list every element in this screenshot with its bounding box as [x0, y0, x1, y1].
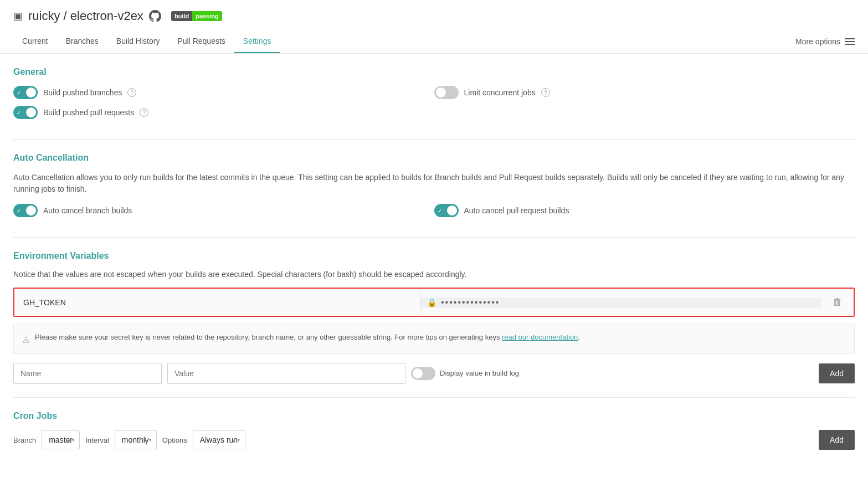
auto-cancel-right: ✓ Auto cancel pull request builds — [434, 204, 855, 224]
build-pushed-branches-row: ✓ Build pushed branches ? — [13, 86, 434, 99]
toggle-slider-on2: ✓ — [13, 106, 38, 119]
cron-add-button[interactable]: Add — [819, 430, 855, 450]
auto-cancellation-divider — [13, 237, 855, 238]
tab-settings[interactable]: Settings — [234, 30, 280, 53]
auto-cancellation-grid: ✓ Auto cancel branch builds ✓ Auto cance… — [13, 204, 855, 224]
page-content: General ✓ Build pushed branches ? ✓ — [0, 54, 868, 476]
build-pushed-branches-toggle[interactable]: ✓ — [13, 86, 38, 99]
nav-bar: Current Branches Build History Pull Requ… — [0, 30, 868, 54]
env-vars-title: Environment Variables — [13, 251, 855, 261]
display-toggle-slider — [411, 367, 435, 380]
build-pushed-branches-help[interactable]: ? — [127, 88, 136, 97]
env-var-row: GH_TOKEN 🔒 •••••••••••••• 🗑 — [13, 288, 855, 317]
auto-cancel-pull-request-toggle[interactable]: ✓ — [434, 204, 459, 217]
limit-concurrent-jobs-help[interactable]: ? — [541, 88, 550, 97]
build-pushed-branches-label: Build pushed branches — [43, 88, 122, 97]
env-var-value-dots: •••••••••••••• — [441, 298, 500, 307]
display-value-wrap: Display value in build log — [411, 367, 519, 380]
repo-icon: ▣ — [13, 10, 23, 22]
general-section-title: General — [13, 67, 855, 77]
env-var-name: GH_TOKEN — [14, 290, 420, 315]
env-name-input[interactable] — [13, 363, 162, 384]
auto-cancel-branch-label: Auto cancel branch builds — [43, 206, 132, 215]
cron-branch-select-wrap: master — [42, 430, 80, 449]
cron-options-select-wrap: Always run — [193, 430, 245, 449]
env-hint-link[interactable]: read our documentation — [502, 333, 578, 341]
env-value-input[interactable] — [167, 363, 405, 384]
env-add-button[interactable]: Add — [819, 363, 855, 383]
build-pushed-pull-requests-toggle[interactable]: ✓ — [13, 106, 38, 119]
hamburger-icon — [845, 38, 855, 45]
toggle-slider-on: ✓ — [13, 86, 38, 99]
cron-options-label: Options — [162, 436, 187, 444]
display-value-toggle[interactable] — [411, 367, 435, 380]
repo-title: ruicky / electron-v2ex — [28, 9, 143, 23]
env-vars-section: Environment Variables Notice that the va… — [13, 251, 855, 384]
build-pushed-pull-requests-help[interactable]: ? — [140, 108, 148, 117]
cron-branch-select[interactable]: master — [42, 430, 80, 449]
auto-cancel-pull-request-label: Auto cancel pull request builds — [464, 206, 569, 215]
more-options-button[interactable]: More options — [795, 37, 855, 46]
env-var-delete-button[interactable]: 🗑 — [821, 289, 854, 316]
tab-current[interactable]: Current — [13, 30, 57, 53]
auto-cancel-left: ✓ Auto cancel branch builds — [13, 204, 434, 224]
tab-pull-requests[interactable]: Pull Requests — [168, 30, 234, 53]
tab-branches[interactable]: Branches — [57, 30, 107, 53]
general-grid: ✓ Build pushed branches ? ✓ Build pushed… — [13, 86, 855, 126]
github-icon — [149, 10, 161, 22]
env-var-value-cell: 🔒 •••••••••••••• — [420, 298, 821, 307]
cron-interval-select[interactable]: monthly — [115, 430, 157, 449]
cron-branch-label: Branch — [13, 436, 36, 444]
auto-cancel-pull-request-row: ✓ Auto cancel pull request builds — [434, 204, 855, 217]
build-pushed-pull-requests-row: ✓ Build pushed pull requests ? — [13, 106, 434, 119]
display-value-label: Display value in build log — [440, 369, 519, 378]
cron-options-select[interactable]: Always run — [193, 430, 245, 449]
auto-cancel-branch-toggle[interactable]: ✓ — [13, 204, 38, 217]
auto-cancellation-description: Auto Cancellation allows you to only run… — [13, 172, 855, 195]
auto-cancel-branch-row: ✓ Auto cancel branch builds — [13, 204, 434, 217]
auto-cancellation-title: Auto Cancellation — [13, 153, 855, 163]
more-options-label: More options — [795, 37, 840, 46]
limit-concurrent-jobs-row: Limit concurrent jobs ? — [434, 86, 855, 99]
env-new-var-row: Display value in build log Add — [13, 363, 855, 384]
auto-cancellation-section: Auto Cancellation Auto Cancellation allo… — [13, 153, 855, 224]
cron-interval-label: Interval — [85, 436, 109, 444]
env-notice: Notice that the values are not escaped w… — [13, 270, 855, 279]
nav-tabs: Current Branches Build History Pull Requ… — [13, 30, 280, 53]
env-hint: ◬ Please make sure your secret key is ne… — [13, 324, 855, 354]
limit-concurrent-jobs-toggle[interactable] — [434, 86, 459, 99]
general-divider — [13, 139, 855, 140]
cron-jobs-title: Cron Jobs — [13, 411, 855, 421]
build-badge: build passing — [171, 11, 222, 21]
page-header: ▣ ruicky / electron-v2ex build passing — [0, 0, 868, 23]
build-pushed-pull-requests-label: Build pushed pull requests — [43, 108, 134, 117]
hint-icon: ◬ — [23, 332, 29, 346]
limit-concurrent-jobs-label: Limit concurrent jobs — [464, 88, 536, 97]
cron-interval-select-wrap: monthly — [115, 430, 157, 449]
lock-icon: 🔒 — [427, 298, 436, 307]
env-hint-text: Please make sure your secret key is neve… — [35, 332, 580, 343]
general-section: General ✓ Build pushed branches ? ✓ — [13, 67, 855, 126]
toggle-slider-on3: ✓ — [13, 204, 38, 217]
cron-jobs-grid: Branch master Interval monthly Options A… — [13, 430, 855, 450]
env-vars-divider — [13, 397, 855, 398]
toggle-slider-on4: ✓ — [434, 204, 459, 217]
toggle-slider-off — [434, 86, 459, 99]
tab-build-history[interactable]: Build History — [107, 30, 169, 53]
general-left-col: ✓ Build pushed branches ? ✓ Build pushed… — [13, 86, 434, 126]
cron-jobs-section: Cron Jobs Branch master Interval monthly… — [13, 411, 855, 450]
general-right-col: Limit concurrent jobs ? — [434, 86, 855, 126]
